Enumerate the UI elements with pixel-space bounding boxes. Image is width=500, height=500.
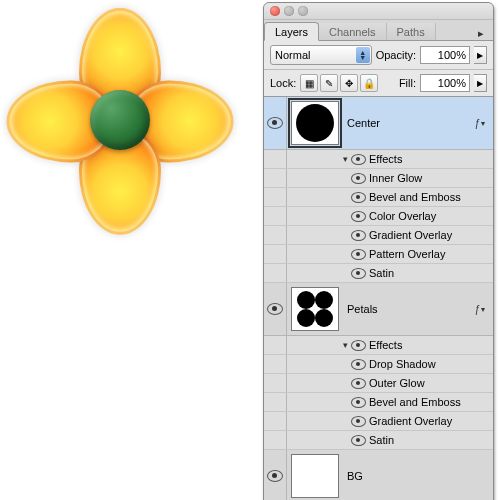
- effect-eye-icon[interactable]: [351, 416, 366, 427]
- effect-gradient-overlay[interactable]: Gradient Overlay: [264, 226, 493, 245]
- lock-transparency-icon[interactable]: ▦: [300, 74, 318, 92]
- layers-palette: Layers Channels Paths ▸ Normal ▲▼ Opacit…: [263, 2, 494, 500]
- visibility-eye-icon[interactable]: [267, 303, 283, 315]
- blend-mode-row: Normal ▲▼ Opacity: 100% ▶: [264, 41, 493, 70]
- lock-pixels-icon[interactable]: ✎: [320, 74, 338, 92]
- effect-eye-icon[interactable]: [351, 435, 366, 446]
- palette-titlebar[interactable]: [264, 3, 493, 20]
- effect-eye-icon[interactable]: [351, 249, 366, 260]
- effect-color-overlay[interactable]: Color Overlay: [264, 207, 493, 226]
- thumbnail-circle-icon: [296, 104, 334, 142]
- palette-tabs: Layers Channels Paths ▸: [264, 20, 493, 41]
- effect-satin[interactable]: Satin: [264, 431, 493, 450]
- effect-outer-glow[interactable]: Outer Glow: [264, 374, 493, 393]
- layer-petals[interactable]: Petals ƒ▾: [264, 283, 493, 336]
- effect-eye-icon[interactable]: [351, 173, 366, 184]
- lock-row: Lock: ▦ ✎ ✥ 🔒 Fill: 100% ▶: [264, 70, 493, 97]
- effect-eye-icon[interactable]: [351, 378, 366, 389]
- effect-eye-icon[interactable]: [351, 340, 366, 351]
- effect-eye-icon[interactable]: [351, 211, 366, 222]
- blend-mode-select[interactable]: Normal ▲▼: [270, 45, 372, 65]
- document-canvas: [0, 0, 240, 240]
- disclosure-icon[interactable]: ▾: [339, 340, 351, 350]
- opacity-flyout-icon[interactable]: ▶: [474, 46, 487, 64]
- disclosure-icon[interactable]: ▾: [339, 154, 351, 164]
- lock-buttons: ▦ ✎ ✥ 🔒: [300, 74, 378, 92]
- fill-flyout-icon[interactable]: ▶: [474, 74, 487, 92]
- tab-channels[interactable]: Channels: [319, 23, 386, 40]
- visibility-eye-icon[interactable]: [267, 470, 283, 482]
- layer-thumbnail-bg[interactable]: [291, 454, 339, 498]
- effect-gradient-overlay[interactable]: Gradient Overlay: [264, 412, 493, 431]
- effect-bevel-emboss[interactable]: Bevel and Emboss: [264, 188, 493, 207]
- layer-bg[interactable]: BG: [264, 450, 493, 500]
- effect-inner-glow[interactable]: Inner Glow: [264, 169, 493, 188]
- fill-input[interactable]: 100%: [420, 74, 470, 92]
- layer-name-petals[interactable]: Petals: [343, 303, 471, 315]
- palette-menu-icon[interactable]: ▸: [473, 27, 493, 40]
- blend-mode-value: Normal: [275, 49, 310, 61]
- layer-thumbnail-petals[interactable]: [291, 287, 339, 331]
- effect-eye-icon[interactable]: [351, 397, 366, 408]
- effect-eye-icon[interactable]: [351, 154, 366, 165]
- tab-paths[interactable]: Paths: [387, 23, 436, 40]
- effect-eye-icon[interactable]: [351, 230, 366, 241]
- effect-bevel-emboss[interactable]: Bevel and Emboss: [264, 393, 493, 412]
- lock-position-icon[interactable]: ✥: [340, 74, 358, 92]
- effect-eye-icon[interactable]: [351, 359, 366, 370]
- effect-drop-shadow[interactable]: Drop Shadow: [264, 355, 493, 374]
- layer-thumbnail-center[interactable]: [291, 101, 339, 145]
- dropdown-arrows-icon: ▲▼: [356, 47, 370, 63]
- visibility-eye-icon[interactable]: [267, 117, 283, 129]
- close-icon[interactable]: [270, 6, 280, 16]
- layer-name-center[interactable]: Center: [343, 117, 471, 129]
- thumbnail-petals-icon: [295, 289, 335, 329]
- opacity-input[interactable]: 100%: [420, 46, 470, 64]
- zoom-icon[interactable]: [298, 6, 308, 16]
- layer-fx-badge[interactable]: ƒ▾: [471, 118, 493, 129]
- opacity-label: Opacity:: [376, 49, 416, 61]
- lock-label: Lock:: [270, 77, 296, 89]
- effect-eye-icon[interactable]: [351, 192, 366, 203]
- tab-layers[interactable]: Layers: [264, 22, 319, 41]
- layer-list: Center ƒ▾ ▾ Effects Inner Glow Bevel and…: [264, 97, 493, 500]
- effects-heading-center[interactable]: ▾ Effects: [264, 150, 493, 169]
- minimize-icon[interactable]: [284, 6, 294, 16]
- layer-name-bg[interactable]: BG: [343, 470, 493, 482]
- layer-center[interactable]: Center ƒ▾: [264, 97, 493, 150]
- layer-fx-badge[interactable]: ƒ▾: [471, 304, 493, 315]
- effects-heading-petals[interactable]: ▾ Effects: [264, 336, 493, 355]
- effect-satin[interactable]: Satin: [264, 264, 493, 283]
- effect-pattern-overlay[interactable]: Pattern Overlay: [264, 245, 493, 264]
- fill-label: Fill:: [399, 77, 416, 89]
- lock-all-icon[interactable]: 🔒: [360, 74, 378, 92]
- effect-eye-icon[interactable]: [351, 268, 366, 279]
- flower-center-shape: [90, 90, 150, 150]
